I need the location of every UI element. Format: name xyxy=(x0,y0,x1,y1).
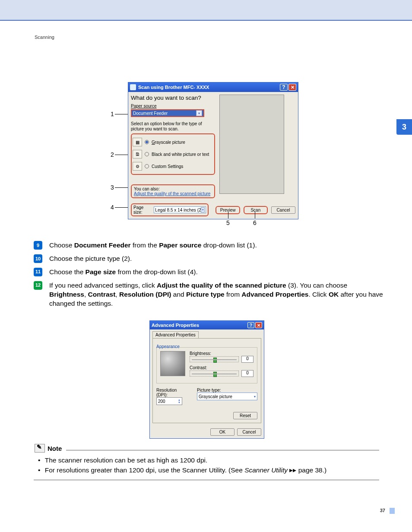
step-marker-12: 12 xyxy=(34,281,42,290)
note-section: Note The scanner resolution can be set a… xyxy=(35,444,379,480)
custom-label: Custom Settings xyxy=(152,164,183,169)
page-marker xyxy=(390,508,395,514)
pencil-note-icon xyxy=(35,444,45,453)
bw-radio[interactable] xyxy=(145,152,149,156)
step-marker-9: 9 xyxy=(34,241,42,250)
note-heading: Note xyxy=(48,445,62,452)
dialog-title: Scan using Brother MFC- XXXX xyxy=(138,85,209,90)
cancel-button[interactable]: Cancel xyxy=(237,428,261,436)
page-size-dropdown[interactable]: Legal 8.5 x 14 inches (216 x 356 ▾ xyxy=(154,206,206,213)
brightness-value[interactable]: 0 xyxy=(241,356,254,363)
chevron-down-icon: ▾ xyxy=(254,395,256,399)
note-item-2: For resolutions greater than 1200 dpi, u… xyxy=(44,465,379,475)
contrast-label: Contrast: xyxy=(190,365,254,370)
grayscale-radio[interactable] xyxy=(145,140,149,144)
breadcrumb: Scanning xyxy=(35,35,54,40)
page-number: 37 xyxy=(380,508,385,513)
callout-5: 5 xyxy=(226,219,230,226)
step-11-text: Choose the Page size from the drop-down … xyxy=(49,268,383,277)
close-button[interactable]: ✕ xyxy=(288,84,296,91)
step-9-text: Choose Document Feeder from the Paper so… xyxy=(49,241,383,250)
chevron-down-icon: ▾ xyxy=(201,207,205,212)
resolution-spinner[interactable]: 200 ▲▼ xyxy=(156,397,182,405)
preview-thumbnail xyxy=(160,351,185,376)
contrast-value[interactable]: 0 xyxy=(241,370,254,377)
option-prompt: Select an option below for the type of p… xyxy=(131,121,215,132)
custom-radio[interactable] xyxy=(145,164,149,168)
grayscale-icon: ▦ xyxy=(133,138,142,146)
step-marker-11: 11 xyxy=(34,268,42,276)
help-button[interactable]: ? xyxy=(247,322,254,328)
scan-question: What do you want to scan? xyxy=(131,95,215,101)
scan-button[interactable]: Scan xyxy=(244,206,268,214)
contrast-slider[interactable] xyxy=(190,370,239,377)
brightness-slider[interactable] xyxy=(190,356,239,362)
tab-advanced-properties[interactable]: Advanced Properties xyxy=(152,331,199,338)
reset-button[interactable]: Reset xyxy=(233,412,257,419)
picture-type-dropdown[interactable]: Grayscale picture ▾ xyxy=(197,393,257,400)
paper-source-dropdown[interactable]: Document Feeder ▾ xyxy=(131,109,204,117)
scanner-icon xyxy=(130,84,136,90)
preview-area xyxy=(219,95,284,194)
grayscale-label: Grayscale picture xyxy=(152,140,185,145)
step-marker-10: 10 xyxy=(34,254,42,263)
close-button[interactable]: ✕ xyxy=(255,322,262,328)
section-tab: 3 xyxy=(396,119,412,135)
adjust-intro: You can also: xyxy=(134,187,212,191)
appearance-group-label: Appearance xyxy=(156,344,180,349)
advanced-properties-screenshot: Advanced Properties ? ✕ Advanced Propert… xyxy=(149,320,264,439)
bw-icon: 🖺 xyxy=(133,150,142,158)
help-button[interactable]: ? xyxy=(280,84,288,91)
scan-dialog-screenshot: 1 2 3 4 Scan using Brother MFC- XXXX ? ✕… xyxy=(111,82,298,219)
callout-2: 2 xyxy=(111,151,114,158)
paper-source-label: Paper source xyxy=(131,104,215,108)
callout-4: 4 xyxy=(111,204,114,211)
bw-label: Black and white picture or text xyxy=(152,152,209,157)
page-size-label: Page size: xyxy=(133,205,152,215)
note-item-1: The scanner resolution can be set as hig… xyxy=(44,455,379,465)
step-10-text: Choose the picture type (2). xyxy=(49,254,383,263)
picture-type-label: Picture type: xyxy=(197,388,257,393)
adjust-quality-link[interactable]: Adjust the quality of the scanned pictur… xyxy=(134,191,210,196)
step-12-text: If you need advanced settings, click Adj… xyxy=(49,281,383,308)
callout-1: 1 xyxy=(111,111,114,117)
dialog-title: Advanced Properties xyxy=(152,323,199,328)
callout-3: 3 xyxy=(111,184,114,191)
cancel-button[interactable]: Cancel xyxy=(271,206,295,214)
custom-icon: ⚙ xyxy=(133,162,142,171)
ok-button[interactable]: OK xyxy=(210,428,235,436)
brightness-label: Brightness: xyxy=(190,351,254,356)
spinner-icon: ▲▼ xyxy=(178,399,181,404)
resolution-label: Resolution (DPI): xyxy=(156,388,188,397)
chevron-down-icon: ▾ xyxy=(196,110,202,116)
callout-6: 6 xyxy=(253,219,257,226)
